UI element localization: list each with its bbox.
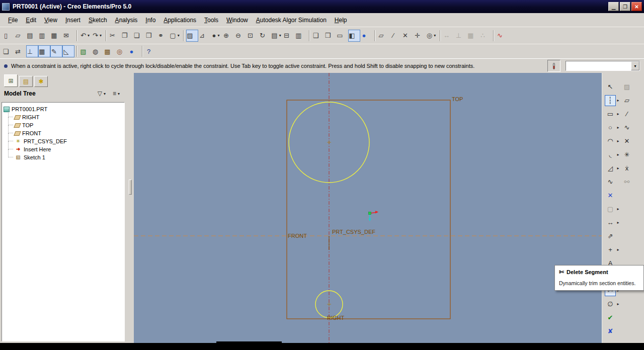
menu-window[interactable]: Window xyxy=(222,15,252,26)
flyout-arrow-icon[interactable]: ▾ xyxy=(87,33,91,38)
zoom-fit-button[interactable]: ⊡ xyxy=(247,30,259,42)
menu-help[interactable]: Help xyxy=(331,15,351,26)
flyout-arrow-icon[interactable]: ▸ xyxy=(616,166,620,170)
flyout-arrow-icon[interactable]: ▾ xyxy=(278,33,282,38)
flyout-arrow-icon[interactable]: ▸ xyxy=(616,125,620,130)
render-button[interactable]: ◎ xyxy=(116,45,128,57)
tree-item-right[interactable]: RIGHT xyxy=(4,113,123,121)
point-tool[interactable]: ✕ xyxy=(605,190,616,201)
select-box-button[interactable]: ▢ ▾ xyxy=(169,30,181,42)
search-combo[interactable]: ▾ xyxy=(566,61,640,71)
flyout-arrow-icon[interactable]: ▸ xyxy=(616,152,620,157)
fit-pane-button[interactable]: ⇄ xyxy=(14,45,26,57)
constrain-tool[interactable]: + xyxy=(605,244,616,255)
quit-button[interactable]: ✘ xyxy=(605,326,616,337)
datum-axis-toggle[interactable]: ∕ xyxy=(389,30,401,42)
menu-insert[interactable]: Insert xyxy=(61,15,85,26)
sketch-canvas[interactable]: TOP FRONT PRT_CSYS_DEF RIGHT xyxy=(134,73,602,343)
layers-button[interactable]: ⊟ xyxy=(283,30,295,42)
save-button[interactable]: ▤ xyxy=(26,30,38,42)
redo-button[interactable]: ↷ ▾ xyxy=(92,30,104,42)
circle-tool[interactable]: ○ xyxy=(605,122,616,133)
datum-plane-toggle[interactable]: ▱ xyxy=(377,30,389,42)
flyout-arrow-icon[interactable]: ▾ xyxy=(216,33,220,38)
flyout-arrow-icon[interactable]: ▸ xyxy=(616,220,620,225)
flyout-arrow-icon[interactable]: ▾ xyxy=(99,33,103,38)
tab-favorites[interactable]: ✱ xyxy=(34,76,48,87)
menu-file[interactable]: File xyxy=(4,15,22,26)
undo-button[interactable]: ↶ ▾ xyxy=(79,30,92,42)
tree-item-insert-here[interactable]: ➜ Insert Here xyxy=(4,145,123,153)
menu-tools[interactable]: Tools xyxy=(200,15,222,26)
open-window-button[interactable]: ▭ xyxy=(336,30,348,42)
chevron-down-icon[interactable]: ▾ xyxy=(103,92,107,96)
saved-views-button[interactable]: ▤ ▾ xyxy=(271,30,283,42)
close-button[interactable]: ✕ xyxy=(631,2,642,11)
csys-display-toggle[interactable]: ✛ xyxy=(414,30,426,42)
modify-dim-tool[interactable]: ⇗ xyxy=(605,231,616,242)
grid-toggle-button[interactable]: ▦ xyxy=(38,45,50,57)
new-file-button[interactable]: ▯ xyxy=(2,30,14,42)
repaint-button[interactable]: ↻ xyxy=(259,30,271,42)
zoom-in-button[interactable]: ⊕ xyxy=(222,30,234,42)
context-help-button[interactable]: ? xyxy=(145,45,157,57)
menu-info[interactable]: Info xyxy=(141,15,159,26)
flyout-arrow-icon[interactable]: ▸ xyxy=(616,302,620,306)
graphics-area[interactable]: TOP FRONT PRT_CSYS_DEF RIGHT xyxy=(134,73,602,343)
parallelogram-tool[interactable]: ▱ xyxy=(621,95,632,106)
menu-view[interactable]: View xyxy=(40,15,61,26)
maximize-button[interactable]: ❐ xyxy=(620,2,630,11)
constraint-toggle-button[interactable]: ✎ xyxy=(50,45,62,57)
paste-button[interactable]: ❏ xyxy=(133,30,145,42)
tab-folder-browser[interactable]: ▤ xyxy=(19,76,33,87)
vertex-display-toggle[interactable]: ∴ xyxy=(479,30,491,42)
chamfer-tool[interactable]: ◿ xyxy=(605,163,616,174)
tree-settings-button[interactable]: ≡ ▾ xyxy=(111,89,123,99)
change-window-button[interactable]: ❏ xyxy=(2,45,14,57)
line-tool[interactable]: ┆ xyxy=(605,95,616,106)
close-window-button[interactable]: ❒ xyxy=(324,30,336,42)
menu-edit[interactable]: Edit xyxy=(22,15,40,26)
palette-tool[interactable]: ▢ xyxy=(605,204,616,215)
tree-item-front[interactable]: FRONT xyxy=(4,129,123,137)
plot-button[interactable]: ▦ xyxy=(50,30,62,42)
flyout-arrow-icon[interactable]: ▸ xyxy=(616,139,620,143)
chevron-down-icon[interactable]: ▾ xyxy=(117,92,121,96)
rectangle-tool[interactable]: ▭ xyxy=(605,109,616,120)
browser-button[interactable]: ● xyxy=(128,45,140,57)
dim-display-toggle[interactable]: ↔ xyxy=(443,30,455,42)
tree-show-button[interactable]: ▽ ▾ xyxy=(96,89,109,99)
open-button[interactable]: ▱ xyxy=(14,30,26,42)
flyout-arrow-icon[interactable]: ▸ xyxy=(616,98,620,103)
shaded-display-button[interactable]: ● ▾ xyxy=(210,30,222,42)
flyout-arrow-icon[interactable]: ▸ xyxy=(616,207,620,211)
menu-applications[interactable]: Applications xyxy=(159,15,200,26)
sketcher-diagnostics-button[interactable]: ∿ xyxy=(496,30,508,42)
tab-model-tree[interactable]: ⊞ xyxy=(4,74,18,87)
print-button[interactable]: ▥ xyxy=(38,30,50,42)
paste-special-button[interactable]: ❒ xyxy=(145,30,157,42)
construction-line-tool[interactable]: ∕ xyxy=(621,109,632,120)
menu-analysis[interactable]: Analysis xyxy=(111,15,142,26)
spin-center-toggle[interactable]: ◎ ▾ xyxy=(426,30,438,42)
menu-sketch[interactable]: Sketch xyxy=(85,15,111,26)
ordinate-dim-tool[interactable]: ẋ xyxy=(621,163,632,174)
flyout-arrow-icon[interactable]: ▾ xyxy=(177,33,181,38)
dim-display-button[interactable]: ⊥ xyxy=(26,45,38,57)
flyout-arrow-icon[interactable]: ▸ xyxy=(616,247,620,252)
flyout-arrow-icon[interactable]: ▸ xyxy=(616,112,620,116)
spline-tool[interactable]: ∿ xyxy=(605,177,616,188)
select-tool[interactable]: ↖ xyxy=(605,81,616,93)
sketch-orient-button[interactable]: ▨ xyxy=(186,30,198,42)
section-toggle-button[interactable]: ◺ xyxy=(62,45,74,57)
mirror-tool[interactable]: ∅ xyxy=(605,299,616,310)
datum-point-toggle[interactable]: ✕ xyxy=(401,30,414,42)
done-button[interactable]: ✔ xyxy=(605,312,616,323)
menu-autodesk-algor[interactable]: Autodesk Algor Simulation xyxy=(252,15,331,26)
cut-button[interactable]: ✂ xyxy=(109,30,121,42)
tree-item-sketch1[interactable]: ▧ Sketch 1 xyxy=(4,153,123,161)
sketch-rectangle[interactable] xyxy=(287,100,450,319)
feature-requirements-button[interactable]: ◍ xyxy=(92,45,104,57)
tree-item-csys[interactable]: ✳ PRT_CSYS_DEF xyxy=(4,137,123,145)
new-window-button[interactable]: ❑ xyxy=(312,30,324,42)
